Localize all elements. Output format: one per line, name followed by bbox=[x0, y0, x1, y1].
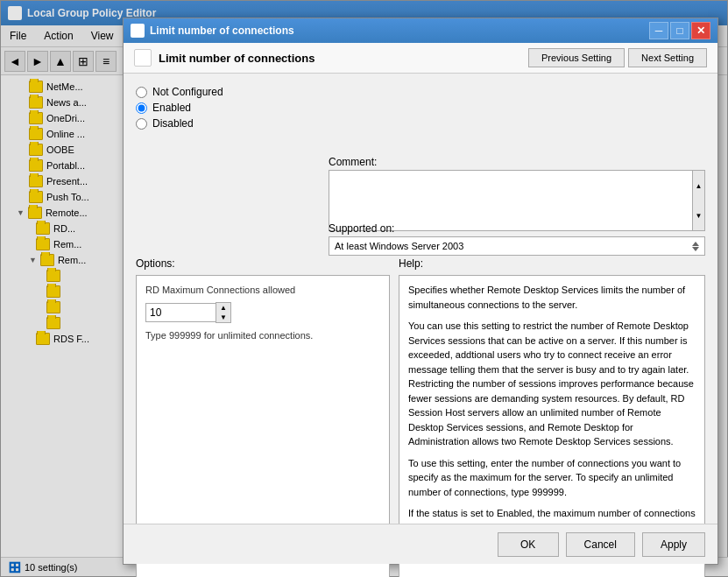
comment-scroll-up[interactable]: ▲ bbox=[693, 171, 704, 201]
dialog-header-buttons: Previous Setting Next Setting bbox=[528, 48, 707, 67]
dialog-header-title-text: Limit number of connections bbox=[159, 52, 315, 65]
supported-value-text: At least Windows Server 2003 bbox=[335, 241, 463, 251]
dialog-titlebar-left: Limit number of connections bbox=[131, 24, 294, 38]
radio-not-configured-label[interactable]: Not Configured bbox=[152, 86, 223, 98]
radio-group: Not Configured Enabled Disabled bbox=[136, 86, 705, 130]
radio-enabled[interactable] bbox=[136, 102, 147, 114]
spinner-up-button[interactable]: ▲ bbox=[216, 303, 230, 313]
dialog-titlebar-controls: ─ □ ✕ bbox=[649, 22, 710, 39]
minimize-button[interactable]: ─ bbox=[649, 22, 668, 39]
dialog-title: Limit number of connections bbox=[150, 25, 294, 37]
supported-section: Supported on: At least Windows Server 20… bbox=[329, 222, 705, 256]
radio-disabled-label[interactable]: Disabled bbox=[152, 117, 194, 130]
close-button[interactable]: ✕ bbox=[691, 22, 710, 39]
dialog-header: Limit number of connections Previous Set… bbox=[124, 43, 717, 74]
radio-enabled-label[interactable]: Enabled bbox=[152, 102, 191, 114]
dialog-overlay: Limit number of connections ─ □ ✕ Limit … bbox=[0, 0, 728, 577]
supported-scroll-down[interactable] bbox=[692, 247, 699, 251]
spinner-row: ▲ ▼ bbox=[145, 302, 380, 323]
next-setting-button[interactable]: Next Setting bbox=[628, 48, 707, 67]
radio-not-configured[interactable] bbox=[136, 87, 147, 98]
dialog-footer: OK Cancel Apply bbox=[124, 524, 717, 564]
radio-not-configured-row: Not Configured bbox=[136, 86, 705, 98]
help-label: Help: bbox=[399, 257, 705, 270]
supported-value-box: At least Windows Server 2003 bbox=[329, 236, 705, 256]
dialog-window: Limit number of connections ─ □ ✕ Limit … bbox=[123, 18, 718, 565]
help-text-1: Specifies whether Remote Desktop Service… bbox=[408, 283, 696, 312]
dialog-header-icon bbox=[134, 49, 152, 67]
dialog-titlebar: Limit number of connections ─ □ ✕ bbox=[124, 18, 717, 43]
options-hint: Type 999999 for unlimited connections. bbox=[145, 330, 380, 341]
connections-input[interactable] bbox=[145, 303, 216, 322]
maximize-button[interactable]: □ bbox=[670, 22, 689, 39]
radio-disabled[interactable] bbox=[136, 118, 147, 130]
ok-button[interactable]: OK bbox=[498, 532, 559, 557]
help-text-3: To use this setting, enter the number of… bbox=[408, 456, 696, 500]
comment-section: Comment: ▲ ▼ bbox=[329, 156, 705, 231]
spinner-buttons: ▲ ▼ bbox=[216, 302, 231, 323]
spinner-down-button[interactable]: ▼ bbox=[216, 313, 230, 322]
help-text-2: You can use this setting to restrict the… bbox=[408, 319, 696, 449]
comment-label: Comment: bbox=[329, 156, 705, 168]
apply-button[interactable]: Apply bbox=[642, 532, 705, 557]
radio-enabled-row: Enabled bbox=[136, 102, 705, 114]
options-help-section: Options: RD Maximum Connections allowed … bbox=[136, 257, 705, 468]
supported-label: Supported on: bbox=[329, 222, 705, 235]
prev-setting-button[interactable]: Previous Setting bbox=[528, 48, 625, 67]
radio-disabled-row: Disabled bbox=[136, 117, 705, 130]
dialog-icon bbox=[131, 24, 145, 38]
options-panel: Options: RD Maximum Connections allowed … bbox=[136, 257, 390, 468]
cancel-button[interactable]: Cancel bbox=[566, 532, 635, 557]
dialog-body: Not Configured Enabled Disabled Comment: bbox=[124, 74, 717, 512]
help-panel: Help: Specifies whether Remote Desktop S… bbox=[399, 257, 705, 468]
dialog-header-title: Limit number of connections bbox=[134, 49, 315, 67]
supported-scroll bbox=[692, 242, 699, 251]
options-label: Options: bbox=[136, 257, 390, 270]
supported-scroll-up[interactable] bbox=[692, 242, 699, 246]
options-field-label: RD Maximum Connections allowed bbox=[145, 285, 380, 295]
